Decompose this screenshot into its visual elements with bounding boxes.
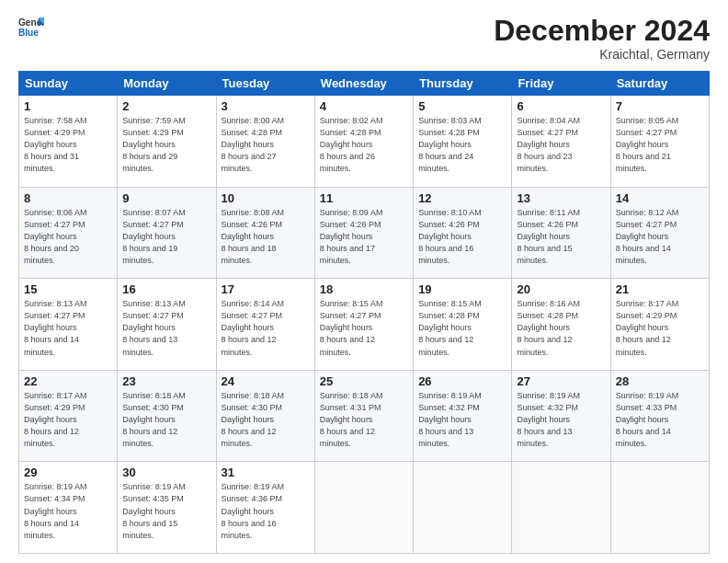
table-row [610, 462, 709, 554]
day-number: 28 [616, 374, 704, 388]
day-info: Sunrise: 8:17 AMSunset: 4:29 PMDaylight … [616, 299, 679, 356]
day-info: Sunrise: 8:19 AMSunset: 4:35 PMDaylight … [122, 482, 186, 539]
day-info: Sunrise: 8:07 AMSunset: 4:27 PMDaylight … [122, 208, 186, 265]
calendar-week-row: 29Sunrise: 8:19 AMSunset: 4:34 PMDayligh… [19, 462, 710, 554]
table-row: 29Sunrise: 8:19 AMSunset: 4:34 PMDayligh… [19, 462, 118, 554]
day-info: Sunrise: 8:10 AMSunset: 4:26 PMDaylight … [418, 208, 482, 265]
col-sunday: Sunday [19, 72, 118, 96]
day-number: 13 [517, 191, 605, 205]
table-row: 2Sunrise: 7:59 AMSunset: 4:29 PMDaylight… [118, 96, 216, 188]
col-thursday: Thursday [414, 72, 512, 96]
table-row: 1Sunrise: 7:58 AMSunset: 4:29 PMDaylight… [19, 96, 118, 188]
svg-text:Blue: Blue [18, 28, 39, 38]
day-number: 29 [24, 465, 112, 479]
day-number: 27 [517, 374, 605, 388]
table-row: 25Sunrise: 8:18 AMSunset: 4:31 PMDayligh… [314, 370, 413, 462]
table-row: 5Sunrise: 8:03 AMSunset: 4:28 PMDaylight… [414, 96, 512, 188]
calendar-week-row: 1Sunrise: 7:58 AMSunset: 4:29 PMDaylight… [19, 96, 710, 188]
table-row: 3Sunrise: 8:00 AMSunset: 4:28 PMDaylight… [216, 96, 314, 188]
table-row: 7Sunrise: 8:05 AMSunset: 4:27 PMDaylight… [610, 96, 709, 188]
logo: General Blue [18, 15, 44, 40]
table-row: 17Sunrise: 8:14 AMSunset: 4:27 PMDayligh… [216, 279, 314, 371]
day-info: Sunrise: 8:14 AMSunset: 4:27 PMDaylight … [222, 299, 285, 356]
table-row: 26Sunrise: 8:19 AMSunset: 4:32 PMDayligh… [414, 370, 512, 462]
col-tuesday: Tuesday [216, 72, 314, 96]
day-info: Sunrise: 8:06 AMSunset: 4:27 PMDaylight … [24, 208, 87, 265]
day-info: Sunrise: 8:15 AMSunset: 4:27 PMDaylight … [320, 299, 383, 356]
page: General Blue December 2024 Kraichtal, Ge… [0, 0, 728, 563]
day-number: 2 [122, 99, 210, 113]
table-row: 18Sunrise: 8:15 AMSunset: 4:27 PMDayligh… [314, 279, 413, 371]
day-info: Sunrise: 8:12 AMSunset: 4:27 PMDaylight … [616, 208, 679, 265]
table-row: 4Sunrise: 8:02 AMSunset: 4:28 PMDaylight… [314, 96, 413, 188]
table-row: 11Sunrise: 8:09 AMSunset: 4:26 PMDayligh… [314, 187, 413, 279]
day-info: Sunrise: 8:19 AMSunset: 4:36 PMDaylight … [222, 482, 285, 539]
day-info: Sunrise: 8:05 AMSunset: 4:27 PMDaylight … [616, 116, 679, 173]
day-info: Sunrise: 8:02 AMSunset: 4:28 PMDaylight … [320, 116, 383, 173]
day-number: 30 [122, 465, 210, 479]
day-number: 25 [320, 374, 408, 388]
col-monday: Monday [118, 72, 216, 96]
day-number: 20 [517, 282, 605, 296]
table-row: 24Sunrise: 8:18 AMSunset: 4:30 PMDayligh… [216, 370, 314, 462]
day-number: 3 [222, 99, 310, 113]
table-row [512, 462, 610, 554]
day-number: 26 [418, 374, 506, 388]
day-info: Sunrise: 7:58 AMSunset: 4:29 PMDaylight … [24, 116, 87, 173]
day-number: 15 [24, 282, 112, 296]
day-number: 21 [616, 282, 704, 296]
table-row: 23Sunrise: 8:18 AMSunset: 4:30 PMDayligh… [118, 370, 216, 462]
day-info: Sunrise: 8:08 AMSunset: 4:26 PMDaylight … [222, 208, 285, 265]
day-number: 19 [418, 282, 506, 296]
day-info: Sunrise: 8:18 AMSunset: 4:31 PMDaylight … [320, 391, 383, 448]
calendar-header-row: Sunday Monday Tuesday Wednesday Thursday… [19, 72, 710, 96]
calendar-table: Sunday Monday Tuesday Wednesday Thursday… [18, 71, 710, 554]
table-row: 15Sunrise: 8:13 AMSunset: 4:27 PMDayligh… [19, 279, 118, 371]
day-number: 23 [122, 374, 210, 388]
day-number: 7 [616, 99, 704, 113]
table-row: 20Sunrise: 8:16 AMSunset: 4:28 PMDayligh… [512, 279, 610, 371]
month-title: December 2024 [494, 15, 710, 47]
table-row: 21Sunrise: 8:17 AMSunset: 4:29 PMDayligh… [610, 279, 709, 371]
day-number: 17 [222, 282, 310, 296]
calendar-week-row: 22Sunrise: 8:17 AMSunset: 4:29 PMDayligh… [19, 370, 710, 462]
day-number: 1 [24, 99, 112, 113]
table-row: 22Sunrise: 8:17 AMSunset: 4:29 PMDayligh… [19, 370, 118, 462]
day-info: Sunrise: 8:15 AMSunset: 4:28 PMDaylight … [418, 299, 482, 356]
day-info: Sunrise: 8:11 AMSunset: 4:26 PMDaylight … [517, 208, 580, 265]
calendar-week-row: 15Sunrise: 8:13 AMSunset: 4:27 PMDayligh… [19, 279, 710, 371]
calendar-week-row: 8Sunrise: 8:06 AMSunset: 4:27 PMDaylight… [19, 187, 710, 279]
title-block: December 2024 Kraichtal, Germany [494, 15, 710, 62]
day-info: Sunrise: 8:19 AMSunset: 4:34 PMDaylight … [24, 482, 87, 539]
day-info: Sunrise: 8:03 AMSunset: 4:28 PMDaylight … [418, 116, 482, 173]
day-number: 18 [320, 282, 408, 296]
day-info: Sunrise: 7:59 AMSunset: 4:29 PMDaylight … [122, 116, 186, 173]
table-row: 9Sunrise: 8:07 AMSunset: 4:27 PMDaylight… [118, 187, 216, 279]
table-row: 19Sunrise: 8:15 AMSunset: 4:28 PMDayligh… [414, 279, 512, 371]
table-row: 16Sunrise: 8:13 AMSunset: 4:27 PMDayligh… [118, 279, 216, 371]
day-number: 11 [320, 191, 408, 205]
day-number: 10 [222, 191, 310, 205]
day-number: 4 [320, 99, 408, 113]
header: General Blue December 2024 Kraichtal, Ge… [18, 15, 710, 62]
table-row: 8Sunrise: 8:06 AMSunset: 4:27 PMDaylight… [19, 187, 118, 279]
col-saturday: Saturday [610, 72, 709, 96]
day-number: 22 [24, 374, 112, 388]
day-number: 8 [24, 191, 112, 205]
table-row: 6Sunrise: 8:04 AMSunset: 4:27 PMDaylight… [512, 96, 610, 188]
day-info: Sunrise: 8:09 AMSunset: 4:26 PMDaylight … [320, 208, 383, 265]
day-number: 31 [222, 465, 310, 479]
day-number: 9 [122, 191, 210, 205]
table-row: 30Sunrise: 8:19 AMSunset: 4:35 PMDayligh… [118, 462, 216, 554]
table-row [314, 462, 413, 554]
table-row: 28Sunrise: 8:19 AMSunset: 4:33 PMDayligh… [610, 370, 709, 462]
table-row: 13Sunrise: 8:11 AMSunset: 4:26 PMDayligh… [512, 187, 610, 279]
table-row: 14Sunrise: 8:12 AMSunset: 4:27 PMDayligh… [610, 187, 709, 279]
day-info: Sunrise: 8:17 AMSunset: 4:29 PMDaylight … [24, 391, 87, 448]
location: Kraichtal, Germany [494, 47, 710, 62]
day-info: Sunrise: 8:04 AMSunset: 4:27 PMDaylight … [517, 116, 580, 173]
table-row: 31Sunrise: 8:19 AMSunset: 4:36 PMDayligh… [216, 462, 314, 554]
day-info: Sunrise: 8:19 AMSunset: 4:32 PMDaylight … [418, 391, 482, 448]
day-info: Sunrise: 8:13 AMSunset: 4:27 PMDaylight … [122, 299, 186, 356]
col-friday: Friday [512, 72, 610, 96]
